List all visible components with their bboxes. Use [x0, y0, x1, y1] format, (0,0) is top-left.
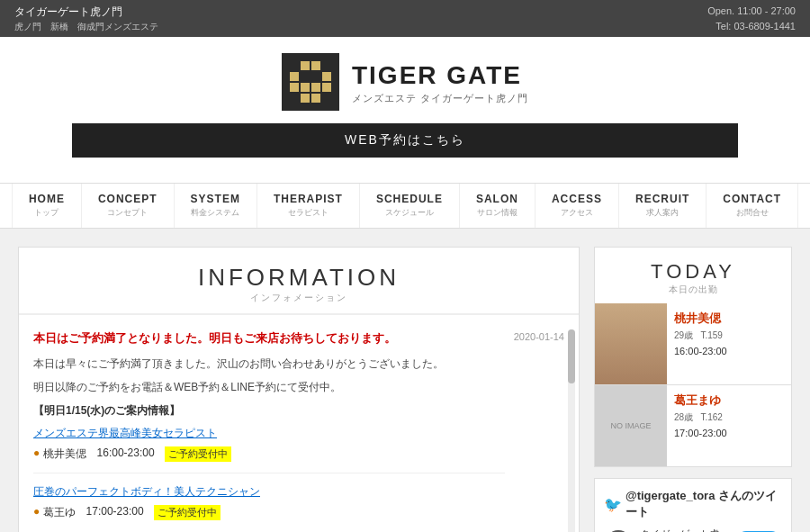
nav-item-contact[interactable]: CONTACTお問合せ: [706, 184, 798, 228]
info-title-red: 本日はご予約満了となりました。明日もご来店お待ちしております。: [33, 329, 505, 347]
nav-item-concept[interactable]: CONCEPTコンセプト: [82, 184, 175, 228]
info-link2[interactable]: 圧巻のパーフェクトボディ！美人テクニシャン: [33, 485, 260, 498]
info-title-ja: インフォメーション: [19, 292, 579, 304]
twitter-section: 🐦 @tigergate_tora さんのツイート 🐯 タイガーゲート虎ノ門 @…: [594, 478, 792, 532]
bullet1-name: 桃井美偲: [43, 446, 86, 462]
open-hours: Open. 11:00 - 27:00: [707, 4, 796, 19]
site-title-en: TIGER GATE: [352, 59, 528, 92]
tel: Tel: 03-6809-1441: [707, 19, 796, 34]
twitter-account-name: タイガーゲート虎ノ門: [640, 527, 728, 532]
nav-item-schedule[interactable]: SCHEDULEスケジュール: [360, 184, 460, 228]
bullet2-name: 葛王ゆ: [43, 505, 76, 520]
therapist-name-0: 桃井美偲: [674, 311, 784, 327]
info-link1[interactable]: メンズエステ界最高峰美女セラピスト: [33, 427, 217, 439]
therapist-meta-0: 29歳 T.159: [674, 329, 784, 342]
info-body1: 本日は早々にご予約満了頂きました。沢山のお問い合わせありがとうございました。: [33, 355, 505, 373]
scroll-thumb[interactable]: [568, 329, 575, 383]
twitter-icon: 🐦: [604, 496, 622, 513]
top-bar: タイガーゲート虎ノ門 虎ノ門 新橋 御成門メンズエステ Open. 11:00 …: [0, 0, 810, 37]
therapist-card-1[interactable]: NO IMAGE 葛王まゆ 28歳 T.162 17:00-23:00: [594, 385, 792, 467]
logo-box: [282, 53, 339, 111]
therapist-time-1: 17:00-23:00: [674, 428, 784, 438]
today-title-ja: 本日の出勤: [595, 284, 791, 296]
today-title-en: TODAY: [595, 260, 791, 284]
nav-item-recruit[interactable]: RECRUIT求人案内: [619, 184, 706, 228]
nav-item-access[interactable]: ACCESSアクセス: [536, 184, 619, 228]
site-title-ja: メンズエステ タイガーゲート虎ノ門: [352, 92, 528, 104]
bullet2-badge: ご予約受付中: [154, 505, 220, 520]
bullet1-time: 16:00-23:00: [97, 446, 155, 459]
sidebar-right: TODAY 本日の出勤 桃井美偲 29歳 T.159 16:00-23:00 N…: [594, 247, 792, 532]
info-section: 【明日1/15(水)のご案内情報】: [33, 401, 505, 419]
navigation: HOMEトップCONCEPTコンセプトSYSTEM料金システムTHERAPIST…: [0, 183, 810, 229]
top-bar-right: Open. 11:00 - 27:00 Tel: 03-6809-1441: [707, 4, 796, 33]
web-yoyaku-link[interactable]: WEB予約はこちら: [345, 132, 465, 147]
bullet2-time: 17:00-23:00: [86, 505, 144, 518]
info-bullet2: ● 葛王ゆ 17:00-23:00 ご予約受付中: [33, 505, 505, 520]
info-header: INFORMATION インフォメーション: [19, 248, 579, 315]
today-header: TODAY 本日の出勤: [594, 247, 792, 303]
nav-item-salon[interactable]: SALONサロン情報: [460, 184, 536, 228]
web-yoyaku-bar[interactable]: WEB予約はこちら: [72, 123, 738, 158]
nav-item-therapist[interactable]: THERAPISTセラピスト: [257, 184, 360, 228]
twitter-label: 🐦 @tigergate_tora さんのツイート: [604, 488, 782, 520]
info-body2: 明日以降のご予約をお電話＆WEB予約＆LINE予約にて受付中。: [33, 378, 505, 396]
divider: [33, 473, 505, 473]
therapist-info-0: 桃井美偲 29歳 T.159 16:00-23:00: [667, 303, 791, 384]
main-layout: INFORMATION インフォメーション 本日はご予約満了となりました。明日も…: [0, 229, 810, 532]
therapist-info-1: 葛王まゆ 28歳 T.162 17:00-23:00: [667, 385, 791, 466]
therapist-time-0: 16:00-23:00: [674, 346, 784, 356]
twitter-account[interactable]: 🐯 タイガーゲート虎ノ門 @tigergate_tora フォロー: [604, 527, 782, 532]
twitter-account-info: タイガーゲート虎ノ門 @tigergate_tora: [640, 527, 728, 532]
site-sub: 虎ノ門 新橋 御成門メンズエステ: [14, 20, 158, 33]
nav-item-system[interactable]: SYSTEM料金システム: [175, 184, 257, 228]
header-text: TIGER GATE メンズエステ タイガーゲート虎ノ門: [352, 59, 528, 105]
bullet-dot-1: ●: [33, 446, 40, 459]
therapist-meta-1: 28歳 T.162: [674, 411, 784, 424]
therapist-photo-inner-0: [595, 303, 667, 384]
site-name: タイガーゲート虎ノ門: [14, 4, 158, 20]
info-title-en: INFORMATION: [19, 264, 579, 292]
bullet1-badge: ご予約受付中: [165, 446, 231, 462]
nav-inner: HOMEトップCONCEPTコンセプトSYSTEM料金システムTHERAPIST…: [0, 184, 810, 228]
header: TIGER GATE メンズエステ タイガーゲート虎ノ門: [0, 37, 810, 123]
header-area: TIGER GATE メンズエステ タイガーゲート虎ノ門 WEB予約はこちら: [0, 37, 810, 183]
logo-grid: [290, 61, 331, 103]
info-body: 本日はご予約満了となりました。明日もご来店お待ちしております。 本日は早々にご予…: [33, 329, 505, 526]
info-date: 2020-01-14: [514, 329, 564, 526]
bullet-dot-2: ●: [33, 505, 40, 518]
therapist-card-0[interactable]: 桃井美偲 29歳 T.159 16:00-23:00: [594, 303, 792, 385]
therapist-name-1: 葛王まゆ: [674, 392, 784, 409]
info-entry-0: 本日はご予約満了となりました。明日もご来店お待ちしております。 本日は早々にご予…: [33, 329, 564, 526]
content-left: INFORMATION インフォメーション 本日はご予約満了となりました。明日も…: [18, 247, 580, 532]
info-bullet1: ● 桃井美偲 16:00-23:00 ご予約受付中: [33, 446, 505, 462]
therapist-photo-0: [595, 303, 667, 384]
top-bar-left: タイガーゲート虎ノ門 虎ノ門 新橋 御成門メンズエステ: [14, 4, 158, 33]
scrollbar[interactable]: [568, 329, 575, 532]
nav-item-home[interactable]: HOMEトップ: [12, 184, 82, 228]
info-scroll-area: 本日はご予約満了となりました。明日もご来店お待ちしております。 本日は早々にご予…: [19, 315, 579, 532]
web-yoyaku-wrap: WEB予約はこちら: [0, 123, 810, 170]
therapist-no-image-1: NO IMAGE: [595, 385, 667, 466]
